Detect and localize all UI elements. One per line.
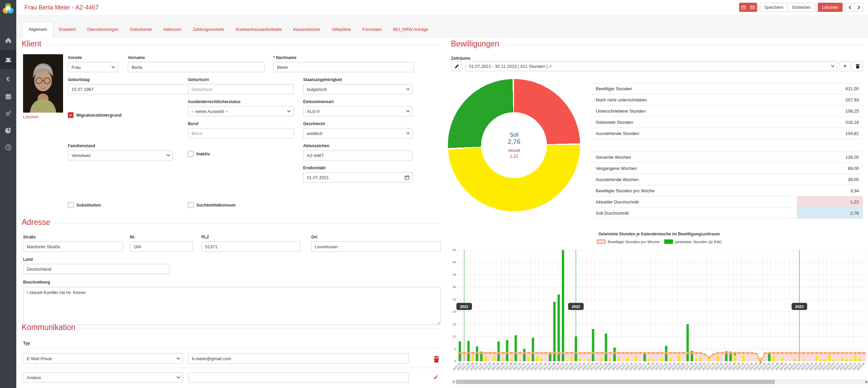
close-button[interactable]: Schließen: [787, 3, 815, 12]
weekly-hours-chart[interactable]: 0510152025303540452021202220232021-26202…: [451, 248, 867, 377]
email-button[interactable]: [748, 3, 757, 12]
plz-field: PLZ 51371: [201, 235, 300, 252]
inaktiv-checkbox[interactable]: Inaktiv: [188, 151, 210, 157]
aktenzeichen-input[interactable]: AZ-4467: [303, 150, 413, 160]
table-row[interactable]: Gesamte Wochen126,00: [592, 152, 863, 163]
calendar-icon[interactable]: [405, 175, 410, 181]
tab-zahlungsverkehr[interactable]: Zahlungsverkehr: [187, 22, 230, 37]
svg-text:30: 30: [452, 285, 456, 289]
chart-scrollbar[interactable]: [451, 379, 868, 384]
scrollbar-thumb[interactable]: [456, 380, 775, 384]
sidebar-item-calendar[interactable]: [0, 89, 16, 104]
tab-krankenhausaufenthalte[interactable]: Krankenhausaufenthalte: [230, 22, 288, 37]
kommunikation-value-input-2[interactable]: [188, 372, 409, 383]
table-row[interactable]: Ausstehende Stunden104,82: [592, 128, 863, 139]
table-row[interactable]: Unterschriebene Stunden108,25: [592, 105, 863, 117]
sidebar-item-reports[interactable]: [0, 123, 16, 138]
land-input[interactable]: Deutschland: [23, 264, 170, 274]
tab-dokumente[interactable]: Dokumente: [124, 22, 158, 37]
legend-bewilligte-stunden[interactable]: Bewilligte Stunden pro Woche: [597, 239, 659, 244]
zeitraum-select[interactable]: 01.07.2021 - 30.11.2023 | 421 Stunden | …: [465, 61, 837, 71]
ort-input[interactable]: Leverkusen: [311, 241, 441, 252]
anrede-select[interactable]: Frau: [68, 62, 118, 72]
geschlecht-field: Geschlecht weiblich: [303, 121, 413, 138]
sidebar-item-clients[interactable]: [0, 50, 16, 69]
checkbox-icon[interactable]: [68, 112, 74, 118]
svg-text:?: ?: [7, 145, 9, 149]
tab-hilfeplaene[interactable]: Hilfepläne: [326, 22, 357, 37]
nr-input[interactable]: 184: [130, 241, 193, 252]
scroll-right-arrow[interactable]: [863, 379, 868, 384]
erstkontakt-date-input[interactable]: 01.07.2021: [303, 172, 413, 182]
vorname-input[interactable]: Berta: [128, 62, 264, 72]
tab-erweitert[interactable]: Erweitert: [53, 22, 81, 37]
familienstand-select[interactable]: Verwitwet: [68, 150, 173, 160]
tab-adressen[interactable]: Adressen: [158, 22, 187, 37]
beschreibung-textarea[interactable]: ! Aktuell Konflikt mit Hr. Kinner: [23, 287, 441, 325]
table-row[interactable]: Geleistete Stunden316,18: [592, 117, 863, 128]
app-logo[interactable]: [1, 2, 15, 16]
legend-geleistete-stunden[interactable]: geleistete Stunden (je KW): [664, 239, 722, 244]
nachname-input[interactable]: Meier: [273, 62, 414, 72]
sidebar-item-finance[interactable]: €: [0, 72, 16, 87]
migrationshintergrund-checkbox[interactable]: Migrationshintergrund: [68, 112, 121, 118]
settings-gears-icon: [5, 110, 12, 117]
delete-button[interactable]: Löschen: [818, 3, 843, 12]
table-row[interactable]: Bewilligte Stunden421,00: [592, 83, 863, 94]
zeitraum-delete-button[interactable]: [852, 61, 863, 71]
substitution-checkbox[interactable]: Substitution: [68, 202, 101, 208]
chevron-down-icon: [831, 64, 835, 67]
auslaenderrechtlicherstatus-select[interactable]: -- keine Auswahl --: [188, 106, 294, 116]
plz-input[interactable]: 51371: [201, 241, 300, 252]
checkbox-icon[interactable]: [188, 202, 194, 208]
staatsangehoerigkeit-select[interactable]: bulgarisch: [303, 84, 413, 94]
trash-icon: [433, 355, 440, 363]
suchtmittelkonsum-checkbox[interactable]: Suchtmittelkonsum: [188, 202, 236, 208]
tab-dienstleistungen[interactable]: Dienstleistungen: [81, 22, 124, 37]
kommunikation-confirm-button[interactable]: ✓: [433, 373, 441, 381]
strasse-input[interactable]: Manforter Straße: [23, 241, 123, 252]
table-row[interactable]: Noch nicht unterschrieben207,93: [592, 94, 863, 105]
save-button[interactable]: Speichern: [760, 3, 788, 12]
calendar-button[interactable]: [739, 3, 748, 12]
table-row[interactable]: Vergangene Wochen89,00: [592, 163, 863, 174]
scroll-left-arrow[interactable]: [451, 379, 456, 384]
svg-text:10: 10: [452, 334, 456, 338]
chevron-down-icon: [177, 375, 180, 379]
table-row-aktueller-durchschnitt[interactable]: Aktueller Durchschnitt1,22: [592, 196, 863, 208]
client-photo[interactable]: [23, 54, 63, 113]
table-row-soll-durchschnitt[interactable]: Soll Durchschnitt2,76: [592, 208, 863, 219]
chevron-left-icon: [848, 5, 852, 9]
prev-record-button[interactable]: [845, 3, 854, 12]
kommunikation-value-input-1[interactable]: b.meier@gmail.com: [188, 353, 409, 364]
geschlecht-select[interactable]: weiblich: [303, 128, 413, 138]
photo-delete-link[interactable]: Löschen: [23, 115, 38, 119]
tab-kassenbuecher[interactable]: Kassenbücher: [288, 22, 326, 37]
next-record-button[interactable]: [854, 3, 863, 12]
geburtstag-date-input[interactable]: 15.07.1967: [68, 84, 198, 94]
sidebar-item-settings[interactable]: [0, 106, 16, 121]
kommunikation-typ-select-1[interactable]: E-Mail Privat: [23, 353, 183, 364]
kommunikation-typ-select-2[interactable]: Andere: [23, 372, 183, 383]
table-row[interactable]: Bewilligte Stunden pro Woche3,34: [592, 185, 863, 196]
tab-formulare[interactable]: Formulare: [357, 22, 388, 37]
geburtstag-field: Geburtstag 15.07.1967: [68, 77, 198, 94]
chevron-down-icon: [177, 356, 180, 360]
zeitraum-edit-button[interactable]: [451, 61, 462, 71]
svg-text:15: 15: [452, 322, 456, 326]
tab-allgemein[interactable]: Allgemein: [22, 22, 53, 37]
tab-bei-nrw-antraege[interactable]: BEI_NRW Anträge: [388, 22, 434, 37]
auslaenderrechtlicherstatus-field: Ausländerrechtlicherstatus -- keine Ausw…: [188, 99, 294, 116]
table-row[interactable]: Ausstehende Wochen38,00: [592, 174, 863, 185]
checkbox-icon[interactable]: [68, 202, 74, 208]
geburtsort-input[interactable]: Geburtsort: [188, 84, 294, 94]
einkommensart-field: Einkommensart ALG-II: [303, 99, 413, 116]
beruf-input[interactable]: Beruf: [188, 128, 294, 138]
sidebar-item-help[interactable]: ?: [0, 140, 16, 155]
calendar-icon: [5, 93, 12, 100]
checkbox-icon[interactable]: [188, 151, 194, 157]
kommunikation-delete-button[interactable]: [433, 355, 440, 363]
einkommensart-select[interactable]: ALG-II: [303, 106, 413, 116]
zeitraum-add-button[interactable]: +: [840, 61, 850, 71]
sidebar-item-home[interactable]: [0, 33, 16, 47]
